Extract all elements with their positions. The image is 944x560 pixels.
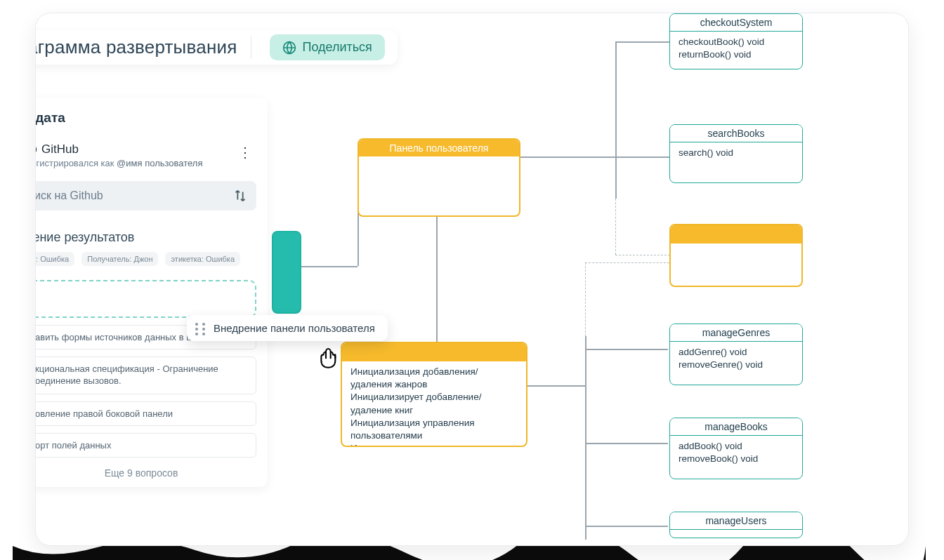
edge <box>585 349 668 350</box>
edge <box>585 443 668 444</box>
node-title: manageGenres <box>670 324 802 342</box>
node-manage-books[interactable]: manageBooks addBook() void removeBook() … <box>669 418 803 479</box>
edge <box>615 41 617 199</box>
node-body: Инициализация добавления/удаления жанров… <box>342 361 526 447</box>
share-button[interactable]: Поделиться <box>270 34 384 60</box>
grab-cursor-icon <box>315 342 343 370</box>
sidebar-panel: Эдата GitHub регистрировался как @имя по… <box>35 98 268 487</box>
issue-item[interactable]: овление правой боковой панели <box>35 401 256 426</box>
node-title <box>671 225 801 244</box>
edge <box>585 262 669 264</box>
node-checkout-system[interactable]: checkoutSystem checkoutBook() void retur… <box>669 13 803 69</box>
page-title: аграмма развертывания <box>35 36 251 58</box>
node-empty-yellow[interactable] <box>669 224 803 287</box>
node-teal-stub[interactable] <box>272 231 301 314</box>
edge <box>615 199 617 255</box>
edge <box>527 385 585 387</box>
node-search-books[interactable]: searchBooks search() void <box>669 124 803 183</box>
filter-chips: а: Ошибка Получатель: Джон этикетка: Оши… <box>35 252 256 266</box>
search-input[interactable]: иск на Github <box>35 181 256 211</box>
results-heading: чение результатов <box>35 230 256 245</box>
sort-icon <box>232 188 248 204</box>
node-manage-users[interactable]: manageUsers <box>669 512 803 538</box>
node-title <box>342 343 526 361</box>
node-title: searchBooks <box>670 125 802 142</box>
node-title: manageBooks <box>670 418 802 436</box>
github-section: GitHub регистрировался как @имя пользова… <box>35 142 256 168</box>
node-body: checkoutBook() void returnBook() void <box>670 32 802 65</box>
github-title: GitHub <box>35 142 202 156</box>
edge <box>585 336 586 540</box>
app-frame: Панель пользователя Инициализация добавл… <box>35 13 909 546</box>
globe-icon <box>282 41 296 55</box>
edge <box>520 156 615 158</box>
edge <box>615 255 670 256</box>
filter-chip[interactable]: этикетка: Ошибка <box>165 252 240 266</box>
edge <box>615 156 670 158</box>
drag-handle-icon <box>195 323 206 334</box>
drop-zone[interactable] <box>35 280 256 318</box>
edge <box>301 266 358 267</box>
header: аграмма развертывания Поделиться <box>35 30 398 65</box>
node-body: addGenre() void removeGenre() void <box>670 342 802 375</box>
drag-card[interactable]: Внедрение панели пользователя <box>187 315 388 341</box>
edge <box>436 215 438 342</box>
more-issues-link[interactable]: Еще 9 вопросов <box>35 467 256 479</box>
filter-chip[interactable]: а: Ошибка <box>35 252 74 266</box>
node-admin-panel[interactable]: Инициализация добавления/удаления жанров… <box>341 342 527 447</box>
kebab-menu[interactable]: ⋮ <box>234 142 256 162</box>
panel-title: Эдата <box>35 110 256 126</box>
edge <box>615 41 670 43</box>
node-body: search() void <box>670 142 802 164</box>
issue-item[interactable]: кциональная спецификация - Ограничение о… <box>35 356 256 394</box>
filter-chip[interactable]: Получатель: Джон <box>81 252 158 266</box>
share-label: Поделиться <box>302 40 372 55</box>
drag-card-label: Внедрение панели пользователя <box>214 322 375 334</box>
search-placeholder: иск на Github <box>35 189 103 202</box>
node-title: checkoutSystem <box>670 14 802 32</box>
node-manage-genres[interactable]: manageGenres addGenre() void removeGenre… <box>669 324 803 385</box>
edge <box>585 526 668 527</box>
node-title: manageUsers <box>670 512 802 530</box>
node-body: addBook() void removeBook() void <box>670 436 802 469</box>
node-title: Панель пользователя <box>359 140 519 156</box>
github-icon <box>35 144 37 155</box>
edge <box>585 262 586 336</box>
node-user-panel[interactable]: Панель пользователя <box>358 138 520 217</box>
github-subtitle: регистрировался как @имя пользователя <box>35 158 202 168</box>
issue-item[interactable]: орт полей данных <box>35 433 256 458</box>
